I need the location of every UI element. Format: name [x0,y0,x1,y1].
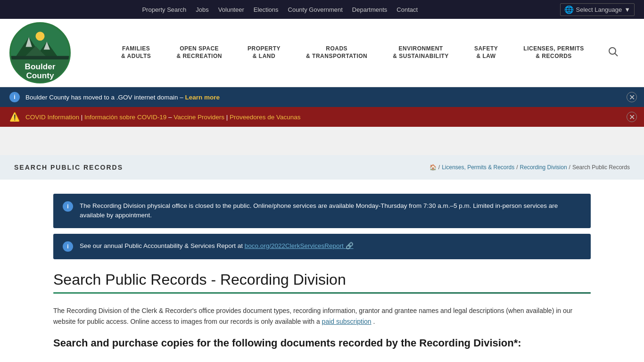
nav-safety-law[interactable]: SAFETY & LAW [471,43,502,62]
svg-line-13 [615,53,618,56]
hero-area [0,127,644,155]
alert-annual-report: i See our annual Public Accountability &… [53,234,591,259]
info-icon-blue: i [9,92,20,102]
logo-link[interactable]: Boulder County [9,22,71,83]
content-title: Search Public Records - Recording Divisi… [53,271,591,288]
breadcrumb-recording-division[interactable]: Recording Division [520,164,567,171]
nav-open-space[interactable]: OPEN SPACE & RECREATION [173,43,225,62]
nav-environment[interactable]: ENVIRONMENT & SUSTAINABILITY [389,43,452,62]
alert-office-hours: i The Recording Division physical office… [53,194,591,228]
topbar-contact[interactable]: Contact [396,6,418,13]
title-underline [53,292,591,294]
covid-info-link[interactable]: COVID Information [25,114,79,121]
vaccine-providers-spanish-link[interactable]: Proveedores de Vacunas [230,114,301,121]
nav-property-land[interactable]: PROPERTY & LAND [244,43,284,62]
logo: Boulder County [9,22,71,83]
topbar-departments[interactable]: Departments [352,6,387,13]
topbar-county-government[interactable]: County Government [288,6,343,13]
alert-office-text: The Recording Division physical office i… [80,201,581,221]
nav-roads-transportation[interactable]: ROADS & TRANSPORTATION [302,43,371,62]
main-content: i The Recording Division physical office… [39,180,605,362]
globe-icon: 🌐 [564,5,574,14]
breadcrumb-licenses[interactable]: Licenses, Permits & Records [442,164,514,171]
topbar-property-search[interactable]: Property Search [142,6,186,13]
info-icon-alert-1: i [63,201,73,212]
body-paragraph: The Recording Division of the Clerk & Re… [53,305,591,328]
home-icon[interactable]: 🏠 [429,164,437,171]
info-banner-domain: i Boulder County has moved to a .GOV int… [0,87,644,107]
header: Boulder County FAMILIES & ADULTS OPEN SP… [0,19,644,87]
page-title: SEARCH PUBLIC RECORDS [14,164,123,171]
chevron-down-icon: ▼ [624,6,630,13]
banner-text: Boulder County has moved to a .GOV inter… [25,94,220,101]
close-banner-red[interactable]: ✕ [627,112,637,122]
breadcrumb: 🏠 / Licenses, Permits & Records / Record… [429,164,630,171]
clerk-services-report-link[interactable]: boco.org/2022ClerkServicesReport 🔗 [245,242,354,249]
info-banner-covid: ⚠️ COVID Information | Información sobre… [0,107,644,127]
nav-licenses-permits[interactable]: LICENSES, PERMITS & RECORDS [520,43,588,62]
svg-text:County: County [26,71,54,80]
covid-links: COVID Information | Información sobre CO… [25,114,301,121]
search-icon [608,47,619,57]
search-button[interactable] [606,44,621,62]
vaccine-providers-link[interactable]: Vaccine Providers [173,114,224,121]
warning-icon: ⚠️ [9,112,20,122]
breadcrumb-current: Search Public Records [572,164,630,171]
topbar-volunteer[interactable]: Volunteer [218,6,244,13]
svg-point-2 [35,32,44,41]
topbar-jobs[interactable]: Jobs [196,6,208,13]
page-header: SEARCH PUBLIC RECORDS 🏠 / Licenses, Perm… [0,155,644,180]
covid-info-spanish-link[interactable]: Información sobre COVID-19 [84,114,166,121]
paid-subscription-link[interactable]: paid subscription [322,318,372,325]
learn-more-link[interactable]: Learn more [185,94,220,101]
logo-svg: Boulder County [11,24,69,82]
top-bar: Property Search Jobs Volunteer Elections… [0,0,644,19]
topbar-elections[interactable]: Elections [254,6,279,13]
language-selector[interactable]: 🌐 Select Language ▼ [560,3,635,16]
logo-area: Boulder County [9,22,104,83]
svg-rect-8 [11,56,69,60]
top-bar-links: Property Search Jobs Volunteer Elections… [9,6,551,13]
svg-point-12 [609,48,616,54]
language-label: Select Language [576,6,622,13]
section-subheading: Search and purchase copies for the follo… [53,337,591,349]
info-icon-alert-2: i [63,241,73,252]
nav-families-adults[interactable]: FAMILIES & ADULTS [117,43,155,62]
svg-text:Boulder: Boulder [25,62,56,71]
close-banner-blue[interactable]: ✕ [627,92,637,102]
alert-report-text: See our annual Public Accountability & S… [80,241,354,251]
main-navigation: FAMILIES & ADULTS OPEN SPACE & RECREATIO… [104,19,635,87]
